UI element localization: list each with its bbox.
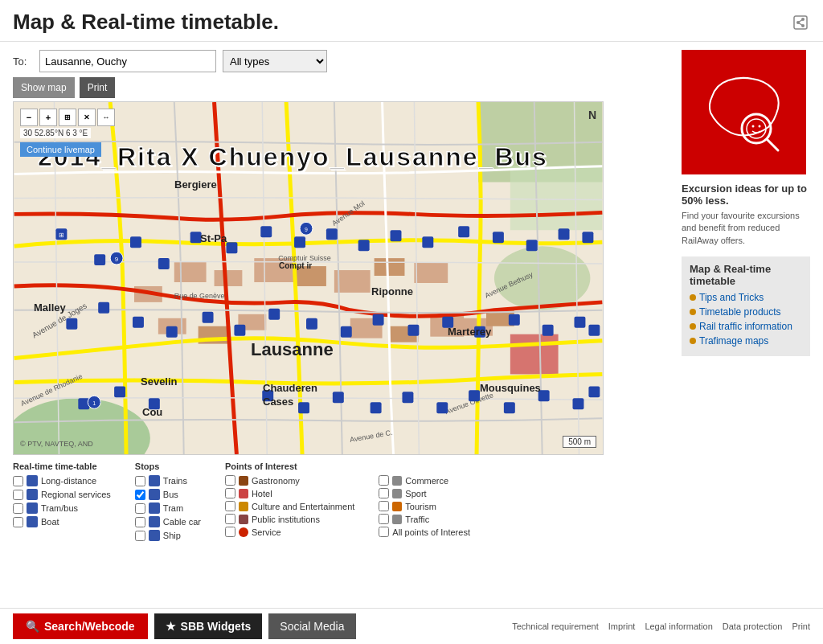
sidebar-section-title: Map & Real-time timetable xyxy=(690,263,802,287)
icon-gastro xyxy=(239,476,248,486)
svg-rect-67 xyxy=(574,317,585,328)
svg-rect-10 xyxy=(215,270,243,286)
legend-item-tourism: Tourism xyxy=(379,501,470,511)
svg-rect-36 xyxy=(94,254,105,265)
map-zoom-out[interactable]: − xyxy=(20,109,38,126)
legend-item-ship: Ship xyxy=(135,530,201,541)
legend-item-sport: Sport xyxy=(379,488,470,498)
svg-rect-57 xyxy=(234,325,245,336)
map-svg: Avenue de Joges Avenue de Rhodanie Rue d… xyxy=(14,102,603,454)
footer-link-technical[interactable]: Technical requirement xyxy=(512,621,599,631)
footer-link-imprint[interactable]: Imprint xyxy=(608,621,636,631)
icon-service xyxy=(239,527,248,537)
svg-rect-59 xyxy=(306,318,317,330)
checkbox-traffic[interactable] xyxy=(379,514,389,524)
legend-item-gastro: Gastronomy xyxy=(225,475,354,486)
livemap-button[interactable]: Continue livemap xyxy=(20,142,101,157)
legend-label-boat: Boat xyxy=(41,517,59,527)
icon-culture xyxy=(239,502,248,511)
checkbox-trains[interactable] xyxy=(135,476,145,486)
to-label: To: xyxy=(13,55,33,68)
legend-label-sport: Sport xyxy=(405,489,426,498)
checkbox-tram[interactable] xyxy=(135,503,145,514)
checkbox-tourism[interactable] xyxy=(379,501,389,511)
icon-public xyxy=(239,515,248,524)
svg-rect-76 xyxy=(402,392,413,403)
checkbox-sport[interactable] xyxy=(379,488,389,498)
type-select[interactable]: All types Train Bus Tram Boat xyxy=(223,50,327,72)
icon-tram xyxy=(149,502,160,514)
svg-point-1 xyxy=(801,18,805,21)
promo-image[interactable] xyxy=(682,50,806,174)
legend-item-public: Public institutions xyxy=(225,514,354,524)
legend-label-tourism: Tourism xyxy=(405,502,436,511)
checkbox-gastro[interactable] xyxy=(225,475,235,486)
svg-rect-78 xyxy=(469,390,480,401)
svg-point-94 xyxy=(758,125,760,127)
sidebar-link-tips[interactable]: Tips and Tricks xyxy=(690,292,802,303)
print-button[interactable]: Print xyxy=(80,77,116,98)
checkbox-ship[interactable] xyxy=(135,531,145,541)
map-coords: 30 52.85°N 6 3 °E xyxy=(20,128,91,138)
icon-boat xyxy=(27,516,38,527)
icon-bus xyxy=(149,489,160,500)
checkbox-culture[interactable] xyxy=(225,501,235,511)
legend-label-service: Service xyxy=(252,527,281,537)
legend-poi-col1: Points of Interest Gastronomy Hotel xyxy=(225,461,354,541)
checkbox-longdistance[interactable] xyxy=(13,476,23,486)
svg-rect-79 xyxy=(504,402,515,413)
sidebar-link-rail[interactable]: Rail traffic information xyxy=(690,321,802,332)
checkbox-boat[interactable] xyxy=(13,517,23,527)
sidebar-label-tips: Tips and Tricks xyxy=(699,292,764,303)
search-webcode-button[interactable]: 🔍 Search/Webcode xyxy=(13,613,148,639)
checkbox-service[interactable] xyxy=(225,527,235,537)
social-media-button[interactable]: Social Media xyxy=(268,613,355,639)
right-panel: Excursion ideas for up to 50% less. Find… xyxy=(682,50,810,544)
legend-item-commerce: Commerce xyxy=(379,475,470,486)
map-controls: − + ⊞ ✕ ↔ xyxy=(20,109,115,126)
footer-link-data[interactable]: Data protection xyxy=(723,621,783,631)
legend-label-bus: Bus xyxy=(163,490,178,499)
svg-rect-48 xyxy=(493,232,504,243)
svg-rect-45 xyxy=(391,230,402,241)
map-copyright: © PTV, NAVTEQ, AND xyxy=(20,440,93,448)
share-icon[interactable] xyxy=(791,13,810,32)
page-title: Map & Real-time timetable. xyxy=(13,10,279,35)
sidebar-label-trafimage: Trafimage maps xyxy=(699,335,768,347)
legend-item-hotel: Hotel xyxy=(225,488,354,498)
map-ctrl-pan[interactable]: ↔ xyxy=(97,109,115,126)
map-ctrl-extra[interactable]: ⊞ xyxy=(59,109,76,126)
svg-rect-41 xyxy=(260,226,272,237)
svg-rect-77 xyxy=(436,402,448,413)
footer-link-legal[interactable]: Legal information xyxy=(645,621,712,631)
legend-label-culture: Culture and Entertainment xyxy=(252,502,354,511)
sidebar-label-timetable: Timetable products xyxy=(699,306,781,318)
checkbox-public[interactable] xyxy=(225,514,235,524)
checkbox-hotel[interactable] xyxy=(225,488,235,498)
legend-label-cablecar: Cable car xyxy=(163,517,201,527)
legend-label-ship: Ship xyxy=(163,531,181,540)
map-zoom-in[interactable]: + xyxy=(39,109,57,126)
svg-rect-15 xyxy=(375,258,405,276)
sidebar-link-timetable[interactable]: Timetable products xyxy=(690,306,802,318)
map-ctrl-move[interactable]: ✕ xyxy=(78,109,96,126)
sidebar-link-trafimage[interactable]: Trafimage maps xyxy=(690,335,802,347)
checkbox-cablecar[interactable] xyxy=(135,517,145,527)
checkbox-regional[interactable] xyxy=(13,490,23,500)
to-input[interactable] xyxy=(39,50,216,72)
sbb-widgets-button[interactable]: ★ SBB Widgets xyxy=(154,613,263,639)
checkbox-allpoi[interactable] xyxy=(379,527,389,537)
dot-icon-tips xyxy=(690,294,696,301)
icon-ship xyxy=(149,530,160,541)
checkbox-commerce[interactable] xyxy=(379,475,389,486)
svg-rect-62 xyxy=(407,325,419,336)
map-background: Avenue de Joges Avenue de Rhodanie Rue d… xyxy=(14,102,603,454)
svg-text:9: 9 xyxy=(115,256,119,263)
legend-realtime: Real-time time-table Long-distance Regio… xyxy=(13,461,111,541)
footer-link-print[interactable]: Print xyxy=(792,621,810,631)
map-north-indicator: N xyxy=(588,109,596,121)
checkbox-bus[interactable] xyxy=(135,490,145,500)
map-container[interactable]: Avenue de Joges Avenue de Rhodanie Rue d… xyxy=(13,101,604,455)
checkbox-trambus[interactable] xyxy=(13,503,23,514)
show-map-button[interactable]: Show map xyxy=(13,77,75,98)
